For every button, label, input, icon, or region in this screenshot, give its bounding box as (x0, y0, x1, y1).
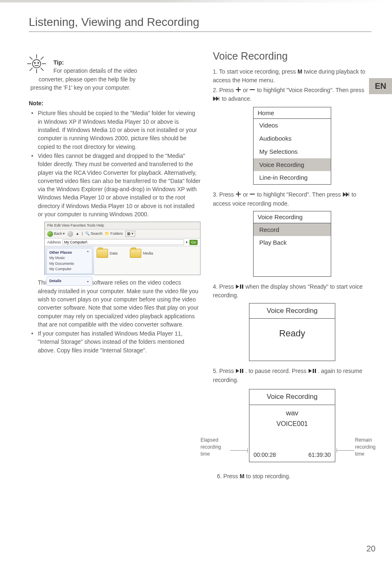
explorer-my-computer[interactable]: My Computer (49, 266, 90, 272)
tip-text-line2: converter, please open the help file by (39, 75, 201, 83)
explorer-other-places: Other Places (49, 250, 72, 255)
explorer-back: Back (54, 231, 62, 236)
svg-rect-12 (242, 285, 243, 289)
minus-icon (249, 86, 255, 95)
explorer-folder-media[interactable]: Media (130, 249, 153, 258)
step-6: 6. Press M to stop recording. (217, 472, 371, 480)
plus-icon (235, 86, 241, 95)
play-pause-icon (308, 367, 316, 375)
menu-item-record[interactable]: Record (254, 223, 331, 236)
next-icon (343, 191, 350, 199)
tip-text-line3: pressing the 'F1' key on your computer. (30, 83, 201, 92)
menu-title: Home (254, 107, 331, 119)
next-icon (213, 95, 220, 103)
explorer-folder-data[interactable]: Data (97, 249, 118, 258)
display2-filename: VOICE001 (249, 418, 335, 434)
svg-rect-11 (240, 285, 241, 289)
recording-display: Voice Recording wav VOICE001 00:00:28 61… (249, 389, 335, 462)
explorer-my-music[interactable]: My Music (49, 255, 90, 261)
step-4: 4. Press when the display shows "Ready" … (213, 282, 371, 300)
svg-line-10 (30, 68, 32, 71)
menu-item-linein[interactable]: Line-in Recording (254, 171, 331, 184)
voice-recording-menu: Voice Recording Record Play Back (253, 211, 331, 277)
menu-item-myselections[interactable]: My Selections (254, 145, 331, 158)
explorer-address-label: Address (47, 240, 61, 245)
step-5: 5. Press . to pause record. Press . agai… (213, 367, 371, 384)
voice-recording-heading: Voice Recording (213, 49, 371, 63)
svg-point-1 (35, 63, 35, 63)
tip-sun-icon (25, 53, 48, 77)
display-title: Voice Recording (249, 303, 335, 319)
elapsed-time: 00:00:28 (254, 451, 276, 459)
svg-line-7 (30, 57, 32, 60)
svg-rect-15 (313, 369, 314, 373)
display-ready: Ready (249, 319, 335, 348)
step-3: 3. Press or to highlight "Record". Then … (213, 190, 371, 208)
tip-text-line1: For operation details of the video (53, 67, 201, 75)
svg-point-2 (38, 63, 39, 63)
svg-line-8 (41, 68, 44, 71)
remain-time: 61:39:30 (309, 451, 331, 459)
language-tab: EN (369, 78, 392, 94)
explorer-go[interactable]: Go (189, 240, 198, 245)
page-number: 20 (367, 544, 376, 553)
play-pause-icon (235, 367, 244, 375)
remain-label: Remain recording time (355, 437, 384, 458)
page-title: Listening, Viewing and Recording (29, 16, 371, 29)
play-pause-icon (235, 283, 244, 291)
minus-icon (249, 191, 255, 199)
display2-title: Voice Recording (249, 389, 335, 405)
svg-line-9 (41, 57, 44, 60)
svg-point-0 (32, 60, 41, 68)
note-item-2: Video files cannot be dragged and droppe… (38, 153, 201, 218)
explorer-my-documents[interactable]: My Documents (49, 261, 90, 266)
explorer-search: Search (91, 232, 103, 236)
svg-rect-14 (242, 369, 243, 373)
explorer-menubar: File Edit View Favorites Tools Help (45, 222, 200, 229)
step-1: 1. To start voice recording, press M twi… (213, 67, 371, 84)
explorer-screenshot: File Edit View Favorites Tools Help Back… (44, 222, 201, 275)
tip-label: Tip: (53, 58, 201, 67)
note-item-2b: This video converter software relies on … (38, 278, 201, 329)
note-item-1: Picture files should be copied to the "M… (31, 109, 201, 151)
menu-item-playback[interactable]: Play Back (254, 236, 331, 249)
plus-icon (235, 191, 241, 199)
menu-item-videos[interactable]: Videos (254, 119, 331, 132)
display2-format: wav (249, 405, 335, 419)
explorer-details: Details (49, 278, 62, 284)
svg-rect-16 (315, 369, 316, 373)
svg-rect-13 (240, 369, 241, 373)
menu2-title: Voice Recording (254, 211, 331, 223)
menu-item-audiobooks[interactable]: Audiobooks (254, 132, 331, 145)
step-2: 2. Press or to highlight "Voice Recordin… (213, 86, 371, 104)
home-menu: Home Videos Audiobooks My Selections Voi… (253, 107, 331, 185)
explorer-folders: Folders (111, 232, 123, 236)
elapsed-label: Elapsed recording time (201, 437, 229, 458)
menu-item-voice-recording[interactable]: Voice Recording (254, 158, 331, 171)
explorer-address-input[interactable] (62, 239, 184, 245)
ready-display: Voice Recording Ready (249, 303, 335, 361)
note-item-3: If your computer has installed Windows M… (31, 329, 201, 354)
note-label: Note: (29, 99, 201, 107)
